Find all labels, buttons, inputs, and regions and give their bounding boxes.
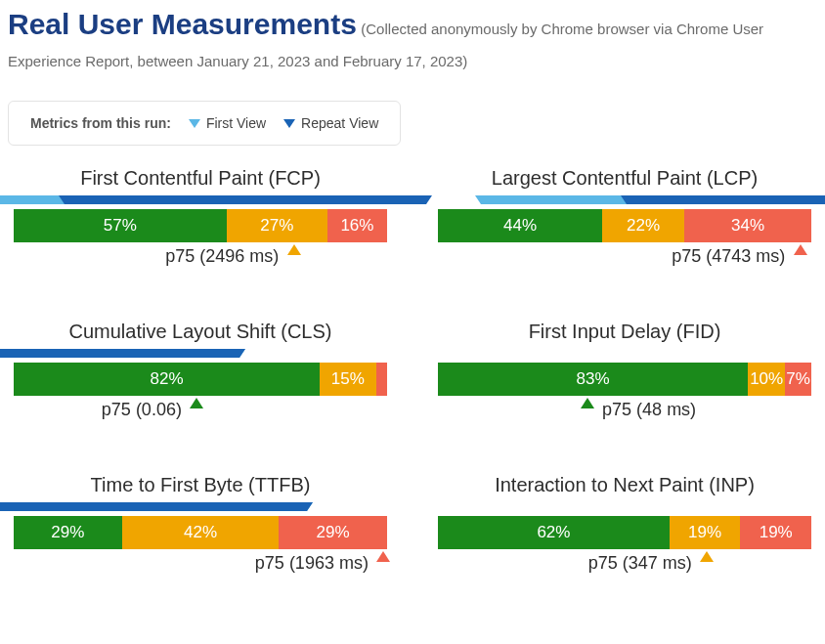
bar-segment-mid: 27%	[227, 209, 327, 242]
page-title: Real User Measurements	[8, 8, 357, 40]
bar-segment-good: 83%	[438, 363, 748, 396]
p75-label: p75 (347 ms)	[588, 553, 692, 574]
metric-title: First Contentful Paint (FCP)	[14, 167, 387, 190]
metric-card: Interaction to Next Paint (INP)62%19%19%…	[438, 474, 811, 577]
metric-title: Time to First Byte (TTFB)	[14, 474, 387, 496]
page-header: Real User Measurements (Collected anonym…	[8, 8, 817, 77]
p75-label: p75 (1963 ms)	[255, 553, 369, 574]
marker-row	[438, 195, 811, 209]
distribution-bar: 29%42%29%	[14, 516, 387, 549]
p75-row: p75 (1963 ms)	[14, 551, 387, 577]
p75-marker-icon	[190, 398, 203, 408]
legend-box: Metrics from this run: First View Repeat…	[8, 101, 401, 146]
metric-card: First Input Delay (FID)83%10%7%p75 (48 m…	[438, 321, 811, 423]
metric-title: Cumulative Layout Shift (CLS)	[14, 321, 387, 343]
bar-segment-mid: 19%	[670, 516, 741, 549]
legend-first-view-label: First View	[206, 115, 266, 131]
legend-first-view: First View	[189, 115, 266, 131]
triangle-down-icon	[189, 119, 200, 128]
p75-row: p75 (2496 ms)	[14, 244, 387, 270]
marker-row	[438, 502, 811, 516]
repeat-view-marker-icon	[59, 195, 432, 204]
legend-repeat-view: Repeat View	[283, 115, 378, 131]
bar-segment-good: 44%	[438, 209, 602, 242]
repeat-view-marker-icon	[0, 502, 313, 511]
distribution-bar: 44%22%34%	[438, 209, 811, 242]
p75-row: p75 (0.06)	[14, 398, 387, 423]
bar-segment-mid: 42%	[122, 516, 279, 549]
distribution-bar: 57%27%16%	[14, 209, 387, 242]
legend-label: Metrics from this run:	[30, 115, 171, 131]
repeat-view-marker-icon	[0, 349, 245, 358]
p75-marker-icon	[581, 398, 594, 408]
bar-segment-bad: 34%	[684, 209, 811, 242]
bar-segment-mid: 22%	[602, 209, 684, 242]
p75-row: p75 (4743 ms)	[438, 244, 811, 270]
p75-label: p75 (48 ms)	[602, 400, 696, 420]
metric-card: Largest Contentful Paint (LCP)44%22%34%p…	[438, 167, 811, 270]
metrics-grid: First Contentful Paint (FCP)57%27%16%p75…	[8, 167, 817, 577]
bar-segment-bad	[376, 363, 387, 396]
p75-label: p75 (2496 ms)	[165, 246, 279, 267]
bar-segment-good: 82%	[14, 363, 320, 396]
marker-row	[14, 502, 387, 516]
marker-row	[438, 349, 811, 363]
bar-segment-bad: 16%	[327, 209, 387, 242]
metric-card: Time to First Byte (TTFB)29%42%29%p75 (1…	[14, 474, 387, 577]
distribution-bar: 62%19%19%	[438, 516, 811, 549]
legend-repeat-view-label: Repeat View	[301, 115, 378, 131]
p75-marker-icon	[700, 551, 714, 562]
marker-row	[14, 349, 387, 363]
distribution-bar: 83%10%7%	[438, 363, 811, 396]
bar-segment-mid: 15%	[320, 363, 375, 396]
p75-label: p75 (0.06)	[102, 400, 182, 420]
bar-segment-bad: 29%	[279, 516, 387, 549]
p75-marker-icon	[376, 551, 390, 562]
triangle-down-icon	[283, 119, 295, 128]
metric-title: Largest Contentful Paint (LCP)	[438, 167, 811, 190]
marker-row	[14, 195, 387, 209]
metric-title: Interaction to Next Paint (INP)	[438, 474, 811, 496]
metric-card: Cumulative Layout Shift (CLS)82%15%p75 (…	[14, 321, 387, 423]
metric-card: First Contentful Paint (FCP)57%27%16%p75…	[14, 167, 387, 270]
bar-segment-good: 62%	[438, 516, 670, 549]
p75-row: p75 (48 ms)	[438, 398, 811, 423]
bar-segment-good: 57%	[14, 209, 227, 242]
bar-segment-bad: 19%	[740, 516, 811, 549]
bar-segment-good: 29%	[14, 516, 122, 549]
p75-marker-icon	[287, 244, 301, 255]
p75-marker-icon	[794, 244, 807, 255]
repeat-view-marker-icon	[621, 195, 825, 204]
metric-title: First Input Delay (FID)	[438, 321, 811, 343]
p75-row: p75 (347 ms)	[438, 551, 811, 577]
distribution-bar: 82%15%	[14, 363, 387, 396]
bar-segment-bad: 7%	[785, 363, 811, 396]
p75-label: p75 (4743 ms)	[672, 246, 785, 267]
bar-segment-mid: 10%	[748, 363, 785, 396]
